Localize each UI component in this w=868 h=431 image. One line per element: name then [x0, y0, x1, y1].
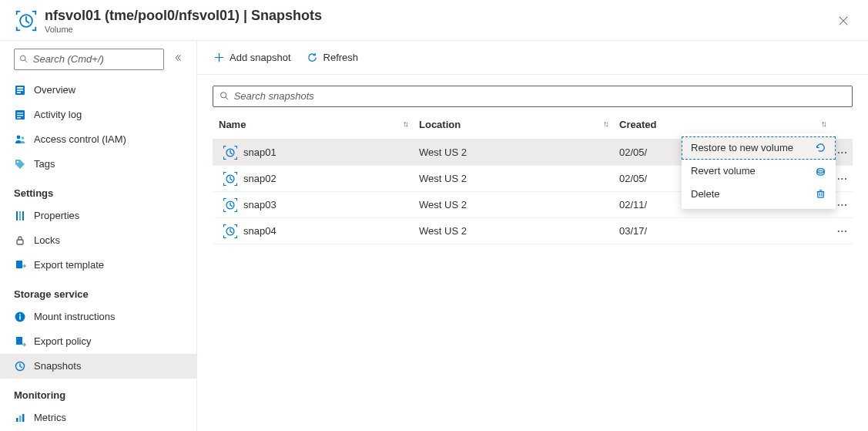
- sidebar-item-label: Properties: [34, 210, 79, 221]
- section-header: Settings: [0, 177, 196, 204]
- sidebar-item-overview[interactable]: Overview: [0, 78, 196, 103]
- svg-rect-69: [236, 235, 237, 238]
- snapshot-created: 03/17/: [613, 218, 831, 244]
- svg-rect-32: [19, 416, 22, 422]
- menu-item-label: Restore to new volume: [691, 142, 793, 153]
- sidebar-item-locks[interactable]: Locks: [0, 228, 196, 253]
- svg-rect-12: [17, 89, 23, 91]
- refresh-button[interactable]: Refresh: [307, 51, 359, 63]
- search-icon: [220, 91, 230, 101]
- svg-rect-7: [35, 27, 36, 31]
- tags-icon: [14, 158, 26, 170]
- sidebar-item-label: Mount instructions: [34, 311, 116, 322]
- revert-icon: [814, 165, 826, 177]
- sort-icon: ↑↓: [821, 119, 825, 128]
- svg-rect-47: [236, 172, 237, 175]
- activity-log-icon: [14, 109, 26, 121]
- snapshots-icon: [14, 360, 26, 372]
- refresh-icon: [307, 51, 319, 63]
- snapshot-icon: [223, 224, 237, 238]
- collapse-sidebar-button[interactable]: [170, 50, 186, 68]
- menu-item-label: Delete: [691, 188, 720, 200]
- row-actions-button[interactable]: ···: [831, 218, 853, 244]
- sidebar-item-snapshots[interactable]: Snapshots: [0, 354, 196, 379]
- column-header-location[interactable]: Location↑↓: [413, 110, 613, 140]
- close-button[interactable]: [834, 12, 853, 30]
- access-control-icon: [14, 133, 26, 146]
- svg-point-18: [17, 135, 21, 139]
- restore-icon: [814, 142, 826, 154]
- grid-search[interactable]: [213, 86, 853, 107]
- column-header-name[interactable]: Name↑↓: [213, 110, 413, 140]
- sidebar-item-mount-instructions[interactable]: Mount instructions: [0, 305, 196, 329]
- locks-icon: [14, 234, 26, 247]
- svg-rect-51: [236, 183, 237, 186]
- grid-search-input[interactable]: [234, 90, 846, 102]
- sidebar-item-properties[interactable]: Properties: [0, 204, 196, 228]
- volume-snapshot-icon: [15, 10, 37, 32]
- svg-rect-54: [223, 198, 224, 201]
- sort-icon: ↑↓: [603, 119, 607, 128]
- svg-rect-17: [17, 117, 21, 118]
- page-header: nfsvol01 (tme/pool0/nfsvol01) | Snapshot…: [0, 0, 868, 41]
- svg-rect-38: [236, 146, 237, 149]
- refresh-label: Refresh: [323, 52, 359, 63]
- sidebar-item-metrics[interactable]: Metrics: [0, 406, 196, 430]
- sidebar-item-tags[interactable]: Tags: [0, 152, 196, 177]
- add-snapshot-label: Add snapshot: [230, 52, 291, 63]
- svg-rect-3: [35, 11, 36, 15]
- svg-rect-63: [223, 224, 224, 227]
- sidebar-item-label: Export template: [34, 259, 104, 271]
- menu-item-restore[interactable]: Restore to new volume: [682, 136, 836, 160]
- table-row[interactable]: snap04 West US 2 03/17/ ···: [213, 218, 853, 244]
- sidebar-item-label: Export policy: [34, 335, 91, 347]
- menu-item-delete[interactable]: Delete: [682, 183, 836, 206]
- sidebar-item-access-control[interactable]: Access control (IAM): [0, 127, 196, 152]
- svg-rect-45: [223, 172, 224, 175]
- sidebar-item-activity-log[interactable]: Activity log: [0, 103, 196, 127]
- section-header: Storage service: [0, 278, 196, 305]
- sidebar-item-export-template[interactable]: Export template: [0, 253, 196, 278]
- sort-icon: ↑↓: [403, 119, 407, 128]
- sidebar-item-label: Activity log: [34, 109, 82, 120]
- svg-rect-25: [16, 261, 22, 268]
- row-context-menu: Restore to new volumeRevert volumeDelete: [682, 133, 836, 209]
- sidebar-item-label: Locks: [34, 234, 60, 246]
- sidebar-item-label: Overview: [34, 84, 75, 96]
- snapshot-icon: [223, 146, 237, 160]
- sidebar: OverviewActivity logAccess control (IAM)…: [0, 41, 197, 431]
- metrics-icon: [14, 412, 26, 424]
- svg-rect-65: [236, 224, 237, 227]
- svg-rect-29: [16, 337, 22, 345]
- svg-rect-31: [16, 418, 18, 422]
- svg-rect-23: [22, 211, 24, 221]
- svg-rect-16: [17, 115, 23, 116]
- snapshot-name: snap01: [243, 146, 276, 158]
- delete-icon: [814, 188, 826, 200]
- menu-item-revert[interactable]: Revert volume: [682, 160, 836, 183]
- mount-instructions-icon: [14, 311, 26, 323]
- page-subtitle: Volume: [45, 25, 834, 34]
- main-content: Add snapshot Refresh Name↑↓ Location↑↓: [197, 41, 868, 431]
- svg-rect-13: [17, 92, 21, 93]
- sidebar-item-export-policy[interactable]: Export policy: [0, 329, 196, 354]
- snapshot-name: snap02: [243, 173, 276, 184]
- snapshot-location: West US 2: [413, 140, 613, 166]
- svg-rect-22: [19, 211, 21, 221]
- svg-rect-33: [22, 414, 25, 422]
- snapshot-location: West US 2: [413, 192, 613, 218]
- sidebar-search-input[interactable]: [33, 53, 159, 65]
- menu-item-label: Revert volume: [691, 165, 756, 177]
- sidebar-item-label: Access control (IAM): [34, 133, 126, 145]
- export-policy-icon: [14, 335, 26, 348]
- svg-rect-11: [17, 87, 23, 89]
- sidebar-search[interactable]: [14, 49, 164, 70]
- snapshot-name: snap03: [243, 199, 276, 210]
- snapshot-icon: [223, 198, 237, 212]
- svg-rect-58: [223, 209, 224, 212]
- overview-icon: [14, 84, 26, 96]
- search-icon: [19, 54, 28, 64]
- add-snapshot-button[interactable]: Add snapshot: [213, 51, 291, 63]
- svg-rect-60: [236, 209, 237, 212]
- svg-rect-5: [16, 27, 18, 31]
